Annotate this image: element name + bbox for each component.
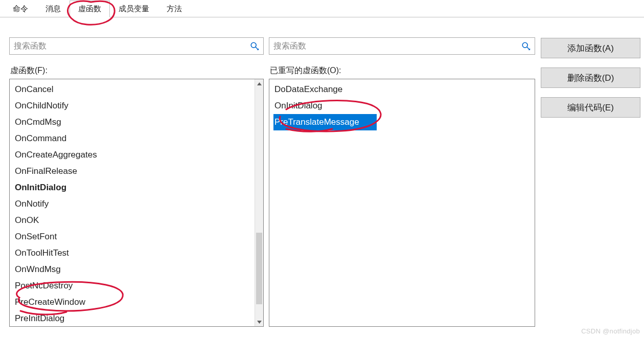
search-icon: [250, 41, 259, 51]
list-item[interactable]: OnNotify: [14, 196, 252, 212]
pane-virtual-functions: 虚函数(F): OnCancelOnChildNotifyOnCmdMsgOnC…: [9, 30, 264, 327]
svg-marker-3: [257, 82, 262, 85]
scrollbar[interactable]: [255, 79, 263, 326]
tab-0[interactable]: 命令: [4, 1, 37, 17]
list-item[interactable]: PreTranslateMessage: [273, 114, 377, 130]
scroll-up-button[interactable]: [255, 79, 263, 88]
tab-3[interactable]: 成员变量: [110, 1, 158, 17]
tab-strip: 命令消息虚函数成员变量方法: [0, 0, 644, 17]
list-item[interactable]: OnInitDialog: [14, 179, 252, 196]
svg-marker-4: [257, 321, 262, 324]
tab-2[interactable]: 虚函数: [70, 1, 110, 17]
list-item[interactable]: OnChildNotify: [14, 98, 252, 114]
svg-line-6: [527, 47, 530, 50]
svg-point-0: [251, 42, 256, 48]
add-function-button[interactable]: 添加函数(A): [541, 38, 640, 58]
scroll-thumb[interactable]: [256, 233, 262, 304]
svg-line-1: [256, 47, 258, 50]
search-right[interactable]: [269, 37, 535, 55]
list-item[interactable]: OnCmdMsg: [14, 114, 252, 130]
list-item[interactable]: OnFinalRelease: [14, 163, 252, 179]
tab-4[interactable]: 方法: [158, 1, 191, 17]
tab-1[interactable]: 消息: [37, 1, 70, 17]
list-item[interactable]: OnSetFont: [14, 229, 252, 245]
list-item[interactable]: PreInitDialog: [14, 310, 252, 326]
list-item[interactable]: OnCreateAggregates: [14, 147, 252, 163]
list-item[interactable]: OnCancel: [14, 81, 252, 98]
overridden-functions-label: 已重写的虚函数(O):: [270, 65, 341, 76]
svg-point-5: [522, 42, 527, 48]
search-icon: [521, 41, 531, 51]
watermark: CSDN @notfindjob: [581, 327, 640, 335]
virtual-functions-list[interactable]: OnCancelOnChildNotifyOnCmdMsgOnCommandOn…: [9, 79, 264, 327]
search-input[interactable]: [269, 38, 521, 54]
list-item[interactable]: OnOK: [14, 212, 252, 229]
list-item[interactable]: OnCommand: [14, 130, 252, 147]
list-item[interactable]: OnWndMsg: [14, 261, 252, 278]
list-item[interactable]: PostNcDestroy: [14, 278, 252, 294]
search-left[interactable]: [9, 37, 264, 55]
virtual-functions-label: 虚函数(F):: [10, 65, 48, 76]
delete-function-button[interactable]: 删除函数(D): [541, 68, 640, 88]
scroll-down-button[interactable]: [255, 318, 263, 326]
search-input[interactable]: [10, 38, 250, 54]
list-item[interactable]: DoDataExchange: [273, 81, 533, 98]
list-item[interactable]: OnInitDialog: [273, 98, 533, 114]
list-item[interactable]: OnToolHitTest: [14, 245, 252, 261]
overridden-functions-list[interactable]: DoDataExchangeOnInitDialogPreTranslateMe…: [269, 79, 535, 327]
pane-overridden-functions: 已重写的虚函数(O): DoDataExchangeOnInitDialogPr…: [269, 30, 535, 327]
list-item[interactable]: PreCreateWindow: [14, 294, 252, 310]
edit-code-button[interactable]: 编辑代码(E): [541, 97, 640, 118]
